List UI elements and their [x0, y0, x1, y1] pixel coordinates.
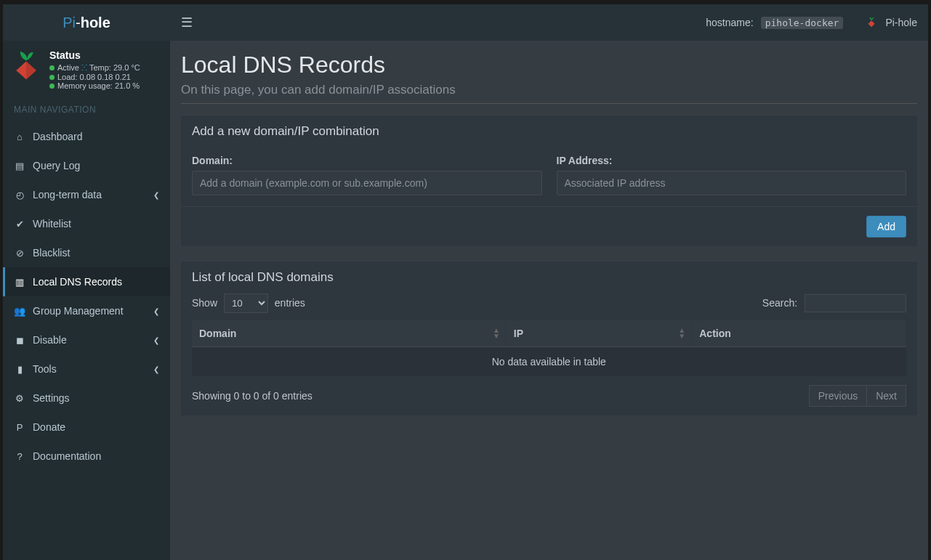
search-input[interactable] — [805, 294, 906, 312]
question-circle-icon: ? — [14, 451, 25, 462]
add-domain-box: Add a new domain/IP combination Domain: … — [181, 115, 917, 246]
clock-icon: ◴ — [14, 190, 25, 200]
table-info: Showing 0 to 0 of 0 entries — [192, 390, 313, 402]
menu-toggle-icon[interactable]: ☰ — [181, 15, 193, 31]
sidebar-item-donate[interactable]: PDonate — [3, 413, 170, 442]
search-wrap: Search: — [762, 294, 906, 312]
topbar-brand[interactable]: Pi-hole — [885, 17, 917, 28]
sidebar-item-blacklist[interactable]: ⊘Blacklist — [3, 238, 170, 267]
status-line-active: ActiveⵘTemp: 29.0 °C — [49, 63, 140, 73]
col-domain[interactable]: Domain▲▼ — [192, 320, 506, 347]
users-icon: 👥 — [14, 306, 25, 317]
nav-header: MAIN NAVIGATION — [3, 97, 170, 122]
pihole-logo-icon — [10, 49, 42, 81]
list-box: List of local DNS domains Show 10 entrie… — [181, 261, 917, 415]
status-panel: Status ActiveⵘTemp: 29.0 °C Load: 0.08 0… — [3, 41, 170, 97]
col-action: Action — [692, 320, 906, 347]
ip-label: IP Address: — [557, 155, 907, 166]
sidebar-item-docs[interactable]: ?Documentation — [3, 442, 170, 471]
search-label: Search: — [762, 297, 797, 309]
hostname-label: hostname: — [706, 17, 753, 28]
logo-sep: - — [76, 15, 81, 31]
stop-icon: ◼ — [14, 335, 25, 346]
hostname-value: pihole-docker — [761, 17, 844, 29]
home-icon: ⌂ — [14, 131, 25, 142]
chevron-left-icon: ❮ — [153, 365, 159, 373]
list-icon: ▥ — [14, 277, 25, 288]
domain-input[interactable] — [192, 171, 542, 195]
page-title: Local DNS Records — [181, 52, 917, 78]
sidebar-item-longterm[interactable]: ◴Long-term data❮ — [3, 180, 170, 209]
pihole-small-icon — [865, 16, 878, 29]
chevron-left-icon: ❮ — [153, 307, 159, 315]
page-header: Local DNS Records On this page, you can … — [181, 52, 917, 104]
sidebar-item-tools[interactable]: ▮Tools❮ — [3, 354, 170, 384]
domain-label: Domain: — [192, 155, 542, 166]
logo-pi: Pi — [63, 15, 76, 31]
logo-hole: hole — [81, 15, 110, 31]
table-empty: No data available in table — [192, 347, 906, 377]
nav-list: ⌂Dashboard ▤Query Log ◴Long-term data❮ ✔… — [3, 122, 170, 471]
ban-icon: ⊘ — [14, 248, 25, 259]
list-box-title: List of local DNS domains — [181, 261, 917, 293]
folder-icon: ▮ — [14, 364, 25, 375]
page-size-select[interactable]: 10 — [224, 293, 268, 313]
next-button[interactable]: Next — [867, 385, 906, 407]
sort-icon: ▲▼ — [493, 328, 500, 339]
logo[interactable]: Pi-hole — [3, 4, 170, 41]
paypal-icon: P — [14, 422, 25, 433]
sidebar-item-settings[interactable]: ⚙Settings — [3, 384, 170, 413]
topbar: ☰ hostname: pihole-docker Pi-hole — [170, 4, 928, 41]
sidebar-item-dashboard[interactable]: ⌂Dashboard — [3, 122, 170, 151]
check-circle-icon: ✔ — [14, 219, 25, 230]
chevron-left-icon: ❮ — [153, 336, 159, 344]
add-button[interactable]: Add — [866, 216, 906, 238]
sidebar-item-disable[interactable]: ◼Disable❮ — [3, 325, 170, 354]
page-subtitle: On this page, you can add domain/IP asso… — [181, 83, 917, 97]
sidebar: Pi-hole Status ActiveⵘTemp: 29.0 °C Load… — [3, 4, 170, 560]
status-line-mem: Memory usage: 21.0 % — [49, 81, 140, 90]
sidebar-item-localdns[interactable]: ▥Local DNS Records — [3, 267, 170, 296]
status-title: Status — [49, 49, 140, 61]
sidebar-item-group[interactable]: 👥Group Management❮ — [3, 296, 170, 325]
add-box-title: Add a new domain/IP combination — [181, 115, 917, 147]
entries-length: Show 10 entries — [192, 293, 305, 313]
ip-input[interactable] — [557, 171, 907, 195]
sidebar-item-querylog[interactable]: ▤Query Log — [3, 151, 170, 180]
main-content: ☰ hostname: pihole-docker Pi-hole Local … — [170, 4, 928, 560]
col-ip[interactable]: IP▲▼ — [506, 320, 691, 347]
temp-icon: ⵘ — [81, 63, 87, 72]
cogs-icon: ⚙ — [14, 393, 25, 404]
sort-icon: ▲▼ — [678, 328, 685, 339]
pagination: Previous Next — [809, 385, 906, 407]
dns-table: Domain▲▼ IP▲▼ Action No data available i… — [192, 320, 906, 376]
prev-button[interactable]: Previous — [809, 385, 867, 407]
sidebar-item-whitelist[interactable]: ✔Whitelist — [3, 209, 170, 238]
chevron-left-icon: ❮ — [153, 191, 159, 199]
file-icon: ▤ — [14, 161, 25, 171]
status-line-load: Load: 0.08 0.18 0.21 — [49, 73, 140, 81]
